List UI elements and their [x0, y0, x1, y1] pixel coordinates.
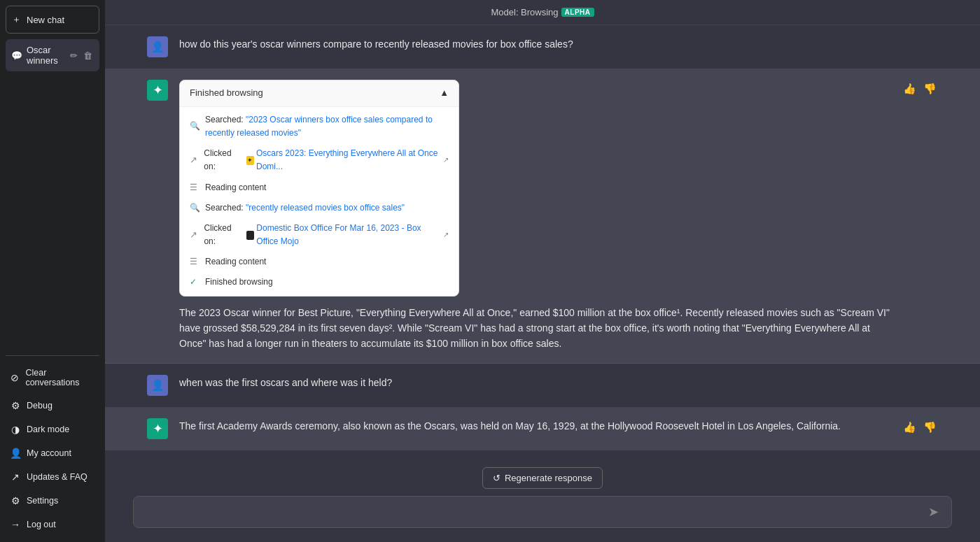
- browsing-item: ✓ Finished browsing: [180, 272, 458, 292]
- sidebar-item-clear-conversations[interactable]: ⊘ Clear conversations: [6, 362, 99, 394]
- chat-item-label: Oscar winners: [27, 45, 69, 66]
- updates-label: Updates & FAQ: [27, 472, 88, 482]
- browsing-item: 🔍 Searched: "2023 Oscar winners box offi…: [180, 110, 458, 143]
- account-label: My account: [27, 448, 71, 458]
- assistant-message-text: The first Academy Awards ceremony, also …: [179, 418, 890, 434]
- browsing-link[interactable]: Domestic Box Office For Mar 16, 2023 - B…: [256, 222, 449, 248]
- done-icon: ✓: [190, 276, 200, 289]
- sidebar: ＋ New chat 💬 Oscar winners ✏ 🗑 ⊘ Clear c…: [0, 0, 105, 542]
- settings-icon: ⚙: [10, 495, 21, 506]
- sidebar-item-log-out[interactable]: → Log out: [6, 513, 99, 536]
- browsing-status-label: Finished browsing: [190, 86, 263, 101]
- site-favicon: ✦: [246, 156, 254, 165]
- browsing-item: 🔍 Searched: "recently released movies bo…: [180, 198, 458, 218]
- clear-icon: ⊘: [10, 372, 20, 383]
- clear-label: Clear conversations: [25, 368, 95, 387]
- app-layout: ＋ New chat 💬 Oscar winners ✏ 🗑 ⊘ Clear c…: [0, 0, 980, 542]
- thumbs-down-button[interactable]: 👎: [922, 81, 938, 97]
- click-icon: ↗: [190, 153, 198, 168]
- browsing-link[interactable]: Oscars 2023: Everything Everywhere All a…: [256, 147, 449, 173]
- browsing-item: ☰ Reading content: [180, 178, 458, 198]
- regen-label: Regenerate response: [505, 473, 592, 483]
- sidebar-item-my-account[interactable]: 👤 My account: [6, 441, 99, 465]
- edit-chat-button[interactable]: ✏: [69, 50, 79, 62]
- search-icon: 🔍: [190, 201, 200, 215]
- user-avatar: 👤: [147, 36, 168, 57]
- bottom-area: ↺ Regenerate response ➤: [105, 460, 980, 542]
- browsing-item: ☰ Reading content: [180, 252, 458, 272]
- plus-icon: ＋: [12, 13, 21, 26]
- browsing-item-text: Searched: "recently released movies box …: [205, 201, 405, 215]
- user-message-text: when was the first oscars and where was …: [179, 375, 938, 390]
- regenerate-button[interactable]: ↺ Regenerate response: [482, 467, 603, 489]
- message-row: ✦ The first Academy Awards ceremony, als…: [105, 407, 980, 450]
- dark-mode-icon: ◑: [10, 424, 21, 435]
- browsing-item-label: Clicked on:: [204, 147, 240, 173]
- thumbs-up-button[interactable]: 👍: [902, 420, 918, 435]
- send-button[interactable]: ➤: [925, 504, 941, 520]
- settings-label: Settings: [27, 496, 58, 506]
- sidebar-bottom: ⊘ Clear conversations ⚙ Debug ◑ Dark mod…: [6, 355, 99, 536]
- delete-chat-button[interactable]: 🗑: [82, 50, 94, 62]
- assistant-message-text: The 2023 Oscar winner for Best Picture, …: [179, 305, 890, 352]
- logout-label: Log out: [27, 520, 56, 529]
- chat-input[interactable]: [144, 504, 925, 520]
- browsing-item-label: Clicked on:: [204, 222, 241, 248]
- message-row: 👤 when was the first oscars and where wa…: [105, 363, 980, 407]
- browsing-header-toggle[interactable]: Finished browsing ▲: [180, 80, 458, 107]
- main-area: Model: Browsing ALPHA 👤 how do this year…: [105, 0, 980, 542]
- search-icon: 🔍: [190, 120, 200, 133]
- thumbs-down-button[interactable]: 👎: [922, 420, 938, 435]
- browsing-item-text: Reading content: [205, 255, 266, 269]
- message-row: 👤 how do this year's oscar winners compa…: [105, 25, 980, 69]
- assistant-message-content: Finished browsing ▲ 🔍 Searched: "2023 Os…: [179, 80, 890, 352]
- dark-mode-label: Dark mode: [27, 425, 69, 434]
- new-chat-button[interactable]: ＋ New chat: [6, 6, 99, 34]
- chevron-up-icon: ▲: [440, 86, 449, 101]
- assistant-avatar: ✦: [147, 418, 168, 439]
- browsing-item-text: Finished browsing: [205, 276, 273, 289]
- sidebar-item-updates-faq[interactable]: ↗ Updates & FAQ: [6, 465, 99, 489]
- browsing-item: ↗ Clicked on: ✦ Oscars 2023: Everything …: [180, 143, 458, 177]
- account-icon: 👤: [10, 448, 21, 459]
- browsing-panel: Finished browsing ▲ 🔍 Searched: "2023 Os…: [179, 80, 459, 297]
- assistant-avatar: ✦: [147, 80, 168, 101]
- logout-icon: →: [10, 519, 21, 530]
- regen-icon: ↺: [493, 473, 500, 483]
- message-actions: 👍 👎: [902, 420, 938, 435]
- user-avatar: 👤: [147, 375, 168, 396]
- alpha-badge: ALPHA: [561, 8, 594, 17]
- browsing-item-text: Reading content: [205, 181, 266, 194]
- browsing-item: ↗ Clicked on: Domestic Box Office For Ma…: [180, 218, 458, 252]
- sidebar-item-dark-mode[interactable]: ◑ Dark mode: [6, 418, 99, 441]
- read-icon: ☰: [190, 181, 200, 194]
- read-icon: ☰: [190, 255, 200, 269]
- debug-icon: ⚙: [10, 400, 21, 411]
- updates-icon: ↗: [10, 471, 21, 483]
- debug-label: Debug: [27, 401, 52, 411]
- input-area: ➤: [133, 496, 952, 528]
- sidebar-item-settings[interactable]: ⚙ Settings: [6, 489, 99, 513]
- user-message-text: how do this year's oscar winners compare…: [179, 36, 938, 52]
- model-label: Model: Browsing: [491, 7, 558, 17]
- message-row: ✦ Finished browsing ▲ 🔍 Searched: "2023 …: [105, 69, 980, 363]
- sidebar-item-oscar-winners[interactable]: 💬 Oscar winners ✏ 🗑: [6, 39, 99, 71]
- chat-icon: 💬: [11, 50, 22, 61]
- sidebar-item-debug[interactable]: ⚙ Debug: [6, 394, 99, 418]
- message-actions: 👍 👎: [902, 81, 938, 97]
- browsing-items-list: 🔍 Searched: "2023 Oscar winners box offi…: [180, 107, 458, 296]
- site-favicon: [246, 231, 254, 240]
- browsing-item-text: Searched: "2023 Oscar winners box office…: [205, 113, 449, 140]
- sidebar-top: ＋ New chat 💬 Oscar winners ✏ 🗑: [6, 6, 99, 355]
- thumbs-up-button[interactable]: 👍: [902, 81, 918, 97]
- click-icon: ↗: [190, 228, 198, 243]
- new-chat-label: New chat: [27, 15, 64, 25]
- top-bar: Model: Browsing ALPHA: [105, 0, 980, 25]
